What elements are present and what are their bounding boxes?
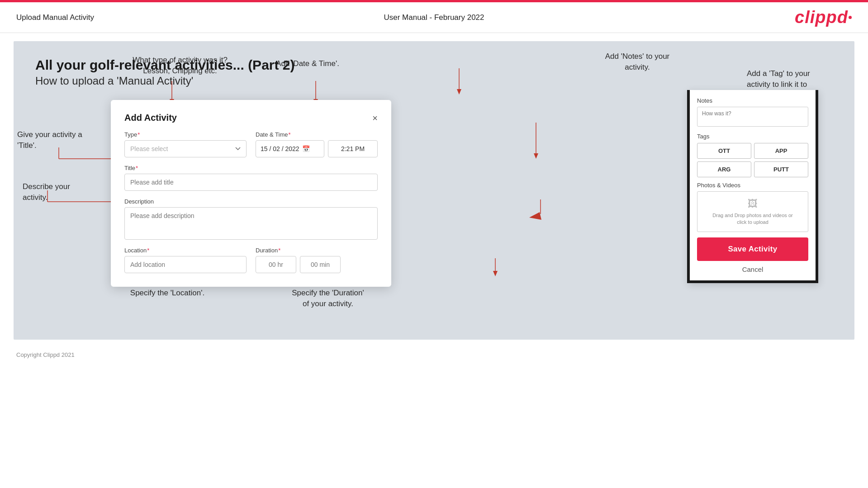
time-input[interactable]: 2:21 PM (328, 140, 378, 157)
svg-marker-22 (493, 271, 498, 276)
modal-title: Add Activity (124, 113, 177, 123)
datetime-group: Date & Time* 15 / 02 / 2022 📅 2:21 PM (256, 131, 378, 157)
title-label: Title* (124, 165, 378, 171)
loc-dur-row: Location* Duration* (124, 247, 378, 273)
svg-marker-20 (529, 212, 541, 220)
date-input[interactable]: 15 / 02 / 2022 📅 (256, 140, 324, 157)
tags-section: Tags OTT APP ARG PUTT (697, 133, 808, 177)
app-panel-inner: Notes Tags OTT APP ARG PUTT Photos & Vid… (690, 90, 816, 280)
title-group: Title* (124, 165, 378, 191)
svg-marker-16 (457, 89, 461, 95)
tag-putt[interactable]: PUTT (754, 161, 808, 177)
modal-close-button[interactable]: × (372, 114, 378, 123)
app-panel: Notes Tags OTT APP ARG PUTT Photos & Vid… (687, 90, 818, 283)
heading-sub: How to upload a 'Manual Activity' (35, 75, 833, 87)
desc-annotation: Describe youractivity. (23, 181, 104, 203)
main-content: All your golf-relevant activities... (Pa… (14, 41, 854, 340)
notes-annotation: Add 'Notes' to youractivity. (588, 51, 687, 73)
type-label: Type* (124, 131, 247, 138)
tag-ott[interactable]: OTT (697, 143, 751, 159)
location-annotation: Specify the 'Location'. (118, 288, 217, 298)
desc-label: Description (124, 198, 378, 205)
tags-grid: OTT APP ARG PUTT (697, 143, 808, 177)
date-annotation: Add 'Date & Time'. (258, 58, 357, 69)
photos-label: Photos & Videos (697, 182, 808, 189)
top-bar: Upload Manual Activity User Manual - Feb… (0, 2, 868, 33)
notes-label: Notes (697, 97, 808, 104)
notes-section: Notes (697, 97, 808, 128)
page-title: Upload Manual Activity (16, 13, 94, 22)
duration-annotation: Specify the 'Duration'of your activity. (267, 288, 389, 309)
tags-label: Tags (697, 133, 808, 140)
type-group: Type* Please select (124, 131, 247, 157)
notes-textarea[interactable] (697, 107, 808, 127)
duration-inputs (256, 256, 378, 273)
svg-marker-18 (534, 153, 538, 159)
date-value: 15 / 02 / 2022 (261, 145, 299, 152)
modal-header: Add Activity × (124, 113, 378, 123)
add-activity-modal: Add Activity × Type* Please select Date … (111, 100, 391, 287)
save-activity-button[interactable]: Save Activity (697, 237, 808, 261)
calendar-icon: 📅 (302, 145, 310, 152)
manual-title: User Manual - February 2022 (384, 13, 484, 22)
photos-upload-area[interactable]: 🖼 Drag and Drop photos and videos orclic… (697, 191, 808, 232)
desc-textarea[interactable] (124, 207, 378, 240)
clippd-logo: clippd (795, 8, 852, 27)
footer: Copyright Clippd 2021 (0, 348, 868, 362)
location-group: Location* (124, 247, 247, 273)
upload-text: Drag and Drop photos and videos orclick … (712, 212, 792, 226)
title-input[interactable] (124, 174, 378, 191)
tag-arg[interactable]: ARG (697, 161, 751, 177)
photo-icon: 🖼 (748, 198, 758, 210)
location-input[interactable] (124, 256, 247, 273)
datetime-label: Date & Time* (256, 131, 378, 138)
tag-app[interactable]: APP (754, 143, 808, 159)
duration-group: Duration* (256, 247, 378, 273)
duration-hr-input[interactable] (256, 256, 296, 273)
type-annotation: What type of activity was it?Lesson, Chi… (130, 55, 230, 76)
cancel-button[interactable]: Cancel (742, 265, 764, 273)
location-label: Location* (124, 247, 247, 254)
datetime-row: 15 / 02 / 2022 📅 2:21 PM (256, 140, 378, 157)
title-annotation: Give your activity a'Title'. (17, 129, 99, 151)
type-select[interactable]: Please select (124, 140, 247, 157)
copyright-text: Copyright Clippd 2021 (16, 351, 75, 358)
type-date-row: Type* Please select Date & Time* 15 / 02… (124, 131, 378, 157)
desc-group: Description (124, 198, 378, 240)
duration-min-input[interactable] (300, 256, 341, 273)
photos-section: Photos & Videos 🖼 Drag and Drop photos a… (697, 182, 808, 232)
duration-label: Duration* (256, 247, 378, 254)
